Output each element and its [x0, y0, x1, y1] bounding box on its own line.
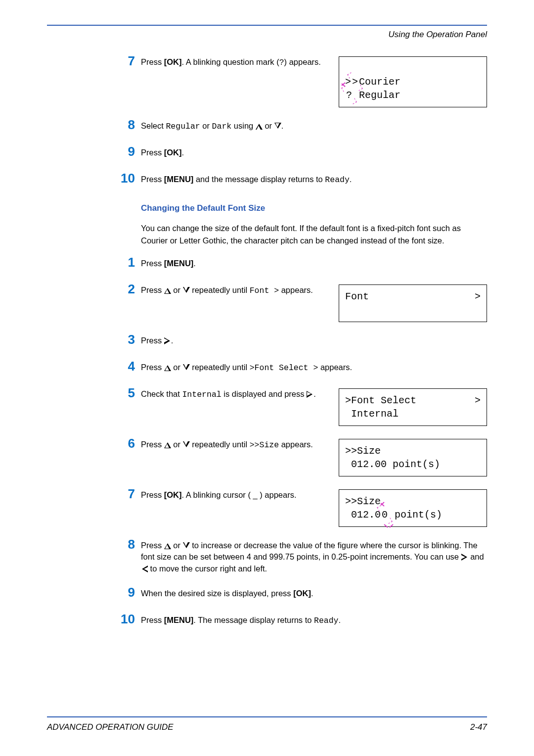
lcd-blink-char: 0 [381, 508, 389, 521]
step-number: 2 [115, 282, 135, 297]
txt: to increase or decrease the value of the… [141, 541, 478, 562]
up-arrow-icon [164, 287, 171, 294]
lcd-blink-char: ? [345, 89, 353, 102]
txt: . [193, 259, 196, 268]
lcd-display: >>Size 012.00 point(s) [339, 439, 487, 476]
step-number: 4 [115, 359, 135, 374]
lcd-text: >>Size [345, 445, 381, 457]
lcd-text: 012.0 [345, 509, 381, 520]
lcd-text: Courier [359, 76, 400, 88]
page-content: 7 Press [OK]. A blinking question mark (… [141, 56, 487, 628]
mono-text: >Font Select > [250, 363, 318, 373]
s1-step-7: 7 Press [OK]. A blinking question mark (… [141, 56, 487, 107]
lcd-text: 012.00 point(s) [345, 459, 440, 470]
step-number: 1 [115, 255, 135, 270]
footer-right: 2-47 [470, 722, 487, 732]
txt: appears. [279, 285, 313, 294]
txt: or [171, 285, 183, 294]
s1-step-9: 9 Press [OK]. [141, 147, 487, 161]
menu-key: [MENU] [164, 259, 194, 268]
step-number: 9 [115, 585, 135, 600]
ok-key: [OK] [164, 490, 182, 499]
lcd-text: Font [345, 291, 369, 302]
page-footer: ADVANCED OPERATION GUIDE 2-47 [47, 716, 487, 732]
txt: or [171, 541, 183, 550]
mono-text: Ready [314, 616, 339, 625]
txt: . [182, 148, 184, 157]
down-arrow-icon [183, 542, 190, 549]
left-arrow-icon [141, 566, 148, 572]
txt: Press [141, 148, 164, 157]
mono-text: >>Size [250, 440, 279, 450]
step-text: When the desired size is displayed, pres… [141, 588, 487, 600]
down-arrow-icon [183, 364, 190, 371]
s2-step-2: 2 Press or repeatedly until Font > appea… [141, 284, 487, 322]
txt: Press [141, 440, 164, 449]
step-text: Press or repeatedly until >Font Select >… [141, 362, 487, 374]
txt: . A blinking question mark ( [182, 57, 279, 66]
step-text: Press [OK]. A blinking question mark (?)… [141, 56, 326, 69]
s2-step-10: 10 Press [MENU]. The message display ret… [141, 614, 487, 628]
lcd-blink-char: > [351, 75, 359, 89]
step-number: 7 [115, 53, 135, 69]
txt: Press [141, 363, 164, 372]
txt: Check that [141, 389, 182, 398]
txt: When the desired size is displayed, pres… [141, 589, 293, 598]
header-rule [47, 25, 487, 26]
txt: is displayed and press [222, 389, 307, 398]
txt: . The message display returns to [193, 615, 314, 624]
step-text: Press or to increase or decrease the val… [141, 540, 487, 575]
lcd-text: point(s) [389, 509, 442, 520]
right-arrow-icon [164, 337, 171, 344]
step-text: Check that Internal is displayed and pre… [141, 388, 326, 401]
mono-text: Internal [182, 390, 221, 399]
down-arrow-icon [183, 287, 190, 294]
lcd-display: >>Size 012.00 point(s) [339, 489, 487, 527]
step-text: Press [MENU] and the message display ret… [141, 174, 487, 186]
txt: . [339, 615, 341, 624]
s1-step-8: 8 Select Regular or Dark using or . [141, 120, 487, 134]
step-text: Press [OK]. A blinking cursor ( _ ) appe… [141, 489, 326, 501]
footer-rule [47, 716, 487, 717]
lcd-display: Font> [339, 284, 487, 322]
step-text: Press [MENU]. [141, 258, 487, 270]
running-header: Using the Operation Panel [47, 30, 487, 40]
step-text: Press [MENU]. The message display return… [141, 614, 487, 627]
step-number: 10 [115, 612, 135, 627]
s2-step-5: 5 Check that Internal is displayed and p… [141, 388, 487, 426]
menu-key: [MENU] [164, 175, 194, 184]
txt: ) appears. [284, 57, 321, 66]
s2-step-4: 4 Press or repeatedly until >Font Select… [141, 362, 487, 376]
txt: appears. [279, 440, 313, 449]
step-number: 6 [115, 436, 135, 451]
s2-step-3: 3 Press . [141, 335, 487, 349]
step-text: Press or repeatedly until Font > appears… [141, 284, 326, 297]
ok-key: [OK] [293, 589, 311, 598]
txt: or [263, 121, 274, 130]
mono-text: Regular [166, 122, 200, 131]
txt: repeatedly until [190, 363, 250, 372]
txt: Select [141, 121, 166, 130]
s2-step-6: 6 Press or repeatedly until >>Size appea… [141, 439, 487, 476]
step-text: Press [OK]. [141, 147, 487, 159]
txt: or [171, 363, 183, 372]
ok-key: [OK] [164, 57, 182, 66]
txt: Press [141, 541, 164, 550]
step-number: 3 [115, 332, 135, 347]
txt: . [171, 336, 174, 345]
txt: or [200, 121, 212, 130]
txt: or [171, 440, 183, 449]
txt: Press [141, 285, 164, 294]
txt: Press [141, 259, 164, 268]
txt: . [313, 389, 316, 398]
lcd-text: >Font Select [345, 395, 416, 406]
step-number: 5 [115, 385, 135, 401]
txt: repeatedly until [190, 285, 250, 294]
mono-text: Dark [212, 122, 232, 131]
section-heading: Changing the Default Font Size [141, 203, 487, 213]
txt: . [311, 589, 313, 598]
txt: and [468, 552, 484, 561]
lcd-text: Internal [345, 408, 399, 420]
lcd-text: >>Size [345, 496, 381, 507]
txt: . A blinking cursor ( _ ) appears. [182, 490, 297, 499]
